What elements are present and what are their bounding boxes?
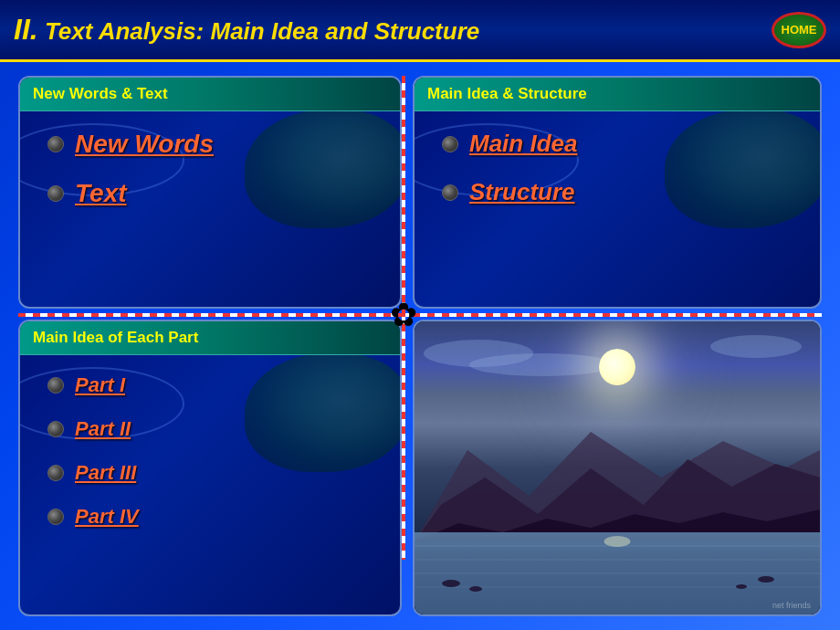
moon — [599, 349, 635, 385]
main-content: ✿ New Words & Text New Words Text Main I… — [0, 62, 840, 630]
parts-items: Part I Part II Part III Part IV — [20, 355, 400, 567]
header-subtitle: Main Idea and Structure — [204, 17, 479, 45]
main-idea-structure-panel: Main Idea & Structure Main Idea Structur… — [413, 76, 822, 309]
text-link[interactable]: Text — [75, 179, 127, 208]
bullet-new-words — [47, 136, 64, 152]
text-item[interactable]: Text — [47, 179, 373, 208]
header-title: II. Text Analysis: Main Idea and Structu… — [14, 13, 479, 47]
part-4-item[interactable]: Part IV — [47, 505, 373, 529]
part-3-link[interactable]: Part III — [75, 461, 136, 485]
header-text-analysis: Text Analysis: — [38, 17, 205, 45]
bullet-main-idea — [442, 136, 458, 152]
rock-1 — [442, 580, 460, 587]
rock-4 — [736, 584, 747, 589]
rock-2 — [469, 586, 482, 592]
main-idea-item[interactable]: Main Idea — [442, 130, 793, 158]
bullet-part-4 — [47, 509, 64, 525]
structure-link[interactable]: Structure — [469, 178, 575, 206]
new-words-text-items: New Words Text — [20, 111, 400, 247]
new-words-text-panel: New Words & Text New Words Text — [18, 76, 402, 309]
new-words-link[interactable]: New Words — [75, 130, 214, 159]
part-3-item[interactable]: Part III — [47, 461, 373, 485]
part-4-link[interactable]: Part IV — [75, 505, 139, 529]
main-idea-link[interactable]: Main Idea — [469, 130, 577, 158]
main-idea-structure-header: Main Idea & Structure — [415, 78, 820, 111]
bullet-structure — [442, 184, 458, 201]
scene-image: net friends — [415, 321, 820, 614]
part-2-link[interactable]: Part II — [75, 417, 131, 441]
main-idea-structure-items: Main Idea Structure — [415, 111, 820, 245]
bullet-part-2 — [47, 421, 64, 437]
part-2-item[interactable]: Part II — [47, 417, 373, 441]
new-words-text-header: New Words & Text — [20, 78, 400, 111]
structure-item[interactable]: Structure — [442, 178, 793, 206]
water-reflection — [415, 532, 820, 614]
home-button[interactable]: HOME — [772, 12, 826, 48]
svg-point-7 — [604, 536, 631, 547]
bullet-part-1 — [47, 377, 64, 394]
cloud-2 — [469, 353, 615, 376]
scene-image-panel: net friends — [413, 320, 822, 616]
roman-numeral: II. — [14, 13, 38, 46]
mountains — [415, 395, 820, 541]
bullet-part-3 — [47, 465, 64, 481]
new-words-item[interactable]: New Words — [47, 130, 373, 159]
cloud-3 — [710, 335, 802, 358]
part-1-item[interactable]: Part I — [47, 373, 373, 397]
rock-3 — [758, 576, 774, 583]
part-1-link[interactable]: Part I — [75, 373, 125, 397]
header: II. Text Analysis: Main Idea and Structu… — [0, 0, 840, 62]
main-idea-each-part-panel: Main Idea of Each Part Part I Part II Pa… — [18, 320, 402, 616]
bullet-text — [47, 185, 64, 202]
content-grid: New Words & Text New Words Text Main Ide… — [18, 76, 822, 616]
main-idea-each-part-header: Main Idea of Each Part — [20, 321, 400, 355]
watermark: net friends — [772, 601, 811, 610]
flower-decoration: ✿ — [385, 297, 422, 333]
